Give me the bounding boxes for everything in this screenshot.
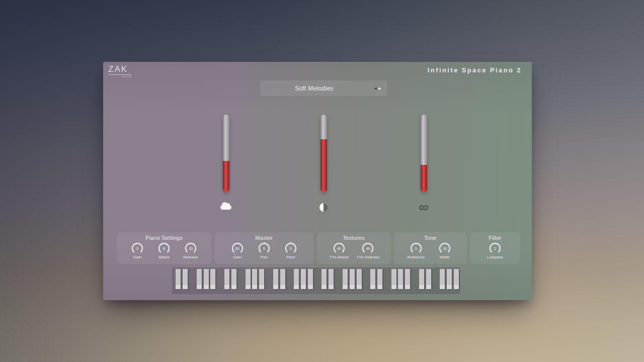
knob-arc: 49 bbox=[333, 242, 346, 255]
knob-value: 0 bbox=[284, 242, 297, 255]
piano-key[interactable] bbox=[398, 269, 403, 289]
knob-arc: 49 bbox=[361, 242, 374, 255]
knob-label: Lowpass bbox=[487, 255, 503, 259]
section-piano-settings: Piano Settings0Gain8Attack33Release bbox=[117, 232, 211, 264]
piano-key[interactable] bbox=[301, 269, 306, 289]
section-title: Tone bbox=[424, 235, 437, 241]
piano-key[interactable] bbox=[426, 269, 431, 289]
slider-fill-infinity bbox=[421, 165, 427, 192]
knob-label: TXs Attack bbox=[329, 255, 348, 259]
preset-arrows: ◀ ▶ bbox=[368, 86, 381, 90]
knob-pan[interactable]: 0Pan bbox=[253, 242, 275, 259]
piano-key[interactable] bbox=[231, 269, 236, 289]
section-title: Filter bbox=[489, 235, 502, 241]
section-tone: Tone0Ambience18Width bbox=[394, 232, 467, 264]
preset-prev-icon[interactable]: ◀ bbox=[374, 86, 376, 90]
preset-name: Soft Melodies bbox=[260, 85, 368, 92]
piano-key[interactable] bbox=[204, 269, 209, 289]
slider-fill-half-moon bbox=[320, 139, 327, 192]
knob-arc: 0 bbox=[131, 242, 144, 255]
section-title: Master bbox=[255, 235, 273, 241]
level-slider-cloud[interactable] bbox=[223, 115, 229, 192]
zak-logo-text: ZAK bbox=[108, 64, 131, 75]
knob-value: 0 bbox=[131, 242, 144, 255]
knob-value: 8 bbox=[157, 242, 171, 255]
cloud-icon bbox=[216, 201, 236, 214]
knob-label: Release bbox=[183, 255, 198, 259]
section-master: Master83Gain0Pan0Pitch bbox=[214, 232, 313, 264]
knob-value: 18 bbox=[438, 242, 451, 255]
knob-lowpass[interactable]: 1Lowpass bbox=[484, 242, 506, 259]
knob-label: Gain bbox=[133, 255, 142, 259]
knob-label: Attack bbox=[158, 255, 170, 259]
knob-arc: 0 bbox=[284, 242, 297, 255]
preset-selector[interactable]: Soft Melodies ◀ ▶ bbox=[260, 80, 387, 96]
piano-key[interactable] bbox=[454, 269, 459, 289]
piano-key[interactable] bbox=[405, 269, 410, 289]
piano-key[interactable] bbox=[447, 269, 452, 289]
section-filter: Filter1Lowpass bbox=[470, 232, 520, 264]
level-slider-infinity[interactable] bbox=[421, 115, 427, 192]
knob-width[interactable]: 18Width bbox=[434, 242, 456, 259]
knob-value: 1 bbox=[489, 242, 502, 255]
piano-key[interactable] bbox=[224, 269, 229, 289]
section-textures: Textures49TXs Attack49TXs Release bbox=[317, 232, 391, 264]
knob-pitch[interactable]: 0Pitch bbox=[280, 242, 302, 259]
zak-logo: ZAK sound bbox=[108, 64, 131, 78]
piano-key[interactable] bbox=[321, 269, 327, 289]
knob-arc: 0 bbox=[410, 242, 423, 255]
knob-value: 49 bbox=[361, 242, 374, 255]
knob-txs-release[interactable]: 49TXs Release bbox=[357, 242, 380, 259]
piano-key[interactable] bbox=[370, 269, 375, 289]
knob-gain[interactable]: 0Gain bbox=[126, 242, 148, 259]
section-title: Textures bbox=[343, 235, 364, 241]
piano-keyboard[interactable] bbox=[172, 267, 460, 294]
slider-fill-cloud bbox=[223, 161, 229, 192]
knob-value: 0 bbox=[410, 242, 423, 255]
infinity-icon: ∞ bbox=[414, 201, 434, 214]
knob-gain[interactable]: 83Gain bbox=[226, 242, 249, 259]
knob-value: 83 bbox=[231, 242, 244, 255]
knob-ambience[interactable]: 0Ambience bbox=[405, 242, 427, 259]
knob-value: 33 bbox=[184, 242, 197, 255]
piano-key[interactable] bbox=[357, 269, 362, 289]
piano-key[interactable] bbox=[350, 269, 355, 289]
piano-key[interactable] bbox=[210, 269, 215, 289]
piano-key[interactable] bbox=[308, 269, 313, 289]
section-title: Piano Settings bbox=[145, 235, 183, 241]
knob-label: Width bbox=[440, 255, 450, 259]
half-moon-icon bbox=[313, 201, 334, 214]
knob-value: 0 bbox=[258, 242, 271, 255]
piano-key[interactable] bbox=[252, 269, 257, 289]
knob-arc: 18 bbox=[438, 242, 451, 255]
knob-arc: 0 bbox=[258, 242, 271, 255]
knob-label: Pitch bbox=[286, 255, 295, 259]
knob-txs-attack[interactable]: 49TXs Attack bbox=[328, 242, 350, 259]
knob-arc: 83 bbox=[231, 242, 244, 255]
plugin-title: Infinite Space Piano 2 bbox=[428, 66, 522, 74]
knob-release[interactable]: 33Release bbox=[180, 242, 202, 259]
knob-label: Gain bbox=[233, 255, 242, 259]
level-slider-half-moon[interactable] bbox=[320, 115, 327, 192]
piano-key[interactable] bbox=[440, 269, 445, 289]
piano-key[interactable] bbox=[391, 269, 396, 289]
piano-key[interactable] bbox=[246, 269, 251, 289]
piano-key[interactable] bbox=[259, 269, 264, 289]
piano-key[interactable] bbox=[343, 269, 348, 289]
piano-key[interactable] bbox=[329, 269, 334, 289]
piano-key[interactable] bbox=[377, 269, 382, 289]
piano-key[interactable] bbox=[419, 269, 424, 289]
knob-arc: 33 bbox=[184, 242, 197, 255]
piano-key[interactable] bbox=[273, 269, 278, 289]
piano-key[interactable] bbox=[294, 269, 299, 289]
piano-key[interactable] bbox=[197, 269, 202, 289]
zak-logo-subtext: sound bbox=[108, 75, 131, 78]
knob-label: TXs Release bbox=[357, 255, 380, 259]
knob-attack[interactable]: 8Attack bbox=[153, 242, 175, 259]
plugin-window: ZAK sound Infinite Space Piano 2 Soft Me… bbox=[103, 62, 532, 300]
knob-label: Pan bbox=[261, 255, 268, 259]
preset-next-icon[interactable]: ▶ bbox=[379, 86, 381, 90]
piano-key[interactable] bbox=[280, 269, 285, 289]
piano-key[interactable] bbox=[176, 269, 181, 289]
piano-key[interactable] bbox=[183, 269, 188, 289]
